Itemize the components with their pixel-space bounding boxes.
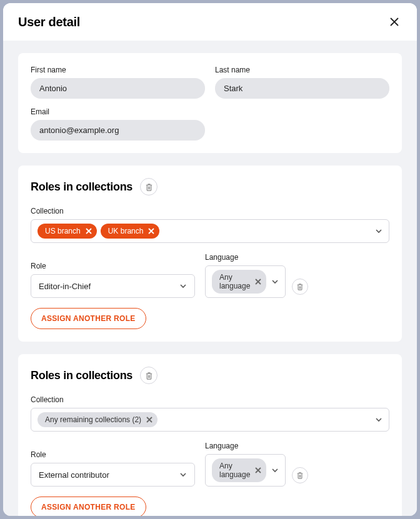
close-icon xyxy=(148,228,154,234)
chip-remove[interactable] xyxy=(86,228,92,234)
collection-select[interactable]: US branch UK branch xyxy=(31,219,389,243)
trash-icon xyxy=(145,372,153,380)
email-input[interactable] xyxy=(31,120,205,141)
email-label: Email xyxy=(31,107,205,116)
collection-select[interactable]: Any remaining collections (2) xyxy=(31,408,389,432)
chip-label: Any remaining collections (2) xyxy=(45,415,141,424)
close-icon xyxy=(86,228,92,234)
chip-remove[interactable] xyxy=(146,417,152,423)
user-detail-modal: User detail First name Last name Email xyxy=(3,3,417,516)
chip-remove[interactable] xyxy=(255,467,261,473)
language-select[interactable]: Any language xyxy=(205,454,286,487)
modal-body: First name Last name Email Roles in coll… xyxy=(3,41,417,516)
chevron-down-icon xyxy=(179,282,187,290)
collection-label: Collection xyxy=(31,395,389,404)
modal-header: User detail xyxy=(3,3,417,41)
role-label: Role xyxy=(31,450,195,459)
section-title: Roles in collections xyxy=(31,180,132,194)
trash-icon xyxy=(296,283,304,290)
first-name-label: First name xyxy=(31,66,205,74)
chip-label: US branch xyxy=(45,227,81,235)
chevron-down-icon xyxy=(375,416,382,423)
collection-chip: US branch xyxy=(38,224,97,239)
chevron-down-icon xyxy=(271,278,279,285)
close-icon xyxy=(255,279,261,285)
close-button[interactable] xyxy=(387,14,402,29)
role-select[interactable]: Editor-in-Chief xyxy=(31,274,195,298)
trash-icon xyxy=(296,472,304,479)
last-name-input[interactable] xyxy=(215,78,389,99)
role-label: Role xyxy=(31,262,195,270)
chevron-down-icon xyxy=(375,227,382,235)
roles-section: Roles in collections Collection US branc… xyxy=(18,166,402,342)
assign-role-button[interactable]: Assign another role xyxy=(31,497,146,516)
modal-title: User detail xyxy=(18,15,80,29)
chevron-down-icon xyxy=(179,471,187,478)
role-select[interactable]: External contributor xyxy=(31,463,195,487)
chip-label: Any language xyxy=(219,462,250,479)
collection-chip: Any remaining collections (2) xyxy=(38,412,158,427)
user-info-card: First name Last name Email xyxy=(18,53,402,153)
close-icon xyxy=(255,467,261,473)
language-chip: Any language xyxy=(212,270,266,294)
role-value: Editor-in-Chief xyxy=(39,282,91,291)
trash-icon xyxy=(145,183,153,191)
chip-remove[interactable] xyxy=(255,279,261,285)
first-name-input[interactable] xyxy=(31,78,205,99)
collection-label: Collection xyxy=(31,207,389,215)
chip-label: UK branch xyxy=(108,227,144,235)
assign-role-button[interactable]: Assign another role xyxy=(31,308,146,329)
close-icon xyxy=(389,17,399,27)
language-label: Language xyxy=(205,253,286,262)
language-chip: Any language xyxy=(212,458,266,482)
language-select[interactable]: Any language xyxy=(205,265,286,298)
language-label: Language xyxy=(205,442,286,450)
collection-chip: UK branch xyxy=(101,224,160,239)
close-icon xyxy=(146,417,152,423)
chevron-down-icon xyxy=(271,467,279,474)
last-name-label: Last name xyxy=(215,66,389,74)
section-title: Roles in collections xyxy=(31,369,132,382)
roles-section: Roles in collections Collection Any rema… xyxy=(18,354,402,516)
chip-label: Any language xyxy=(219,273,250,290)
delete-section-button[interactable] xyxy=(140,367,158,384)
role-value: External contributor xyxy=(39,470,109,480)
delete-role-button[interactable] xyxy=(292,467,308,483)
delete-section-button[interactable] xyxy=(140,178,158,195)
chip-remove[interactable] xyxy=(148,228,154,234)
delete-role-button[interactable] xyxy=(292,279,308,295)
